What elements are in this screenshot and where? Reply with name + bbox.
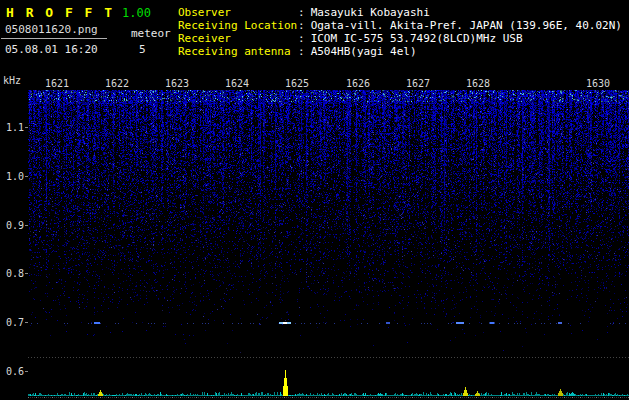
time-label-1628: 1628	[464, 78, 492, 89]
mode-label: meteor	[131, 27, 171, 40]
info-colon: :	[298, 19, 305, 32]
y-axis-unit-label: kHz	[3, 75, 21, 86]
y-tick-label-1-0: 1.0	[4, 171, 24, 182]
info-row-observer: Observer:Masayuki Kobayashi	[178, 6, 622, 19]
y-tick-label-0-9: 0.9	[4, 220, 24, 231]
time-label-1623: 1623	[163, 78, 191, 89]
info-label: Receiver	[178, 32, 298, 45]
time-label-1622: 1622	[103, 78, 131, 89]
y-tick-label-0-7: 0.7	[4, 317, 24, 328]
app-title: H R O F F T	[6, 5, 114, 20]
info-colon: :	[298, 32, 305, 45]
info-colon: :	[298, 6, 305, 19]
station-info-block: Observer:Masayuki Kobayashi Receiving Lo…	[178, 6, 622, 58]
info-label: Observer	[178, 6, 298, 19]
info-row-antenna: Receiving antenna:A504HB(yagi 4el)	[178, 45, 622, 58]
signal-intensity-canvas	[28, 366, 629, 400]
info-colon: :	[298, 45, 305, 58]
time-label-1626: 1626	[344, 78, 372, 89]
meteor-echo-count: 5	[139, 43, 146, 56]
hrofft-output-screen: H R O F F T 1.00 0508011620.png meteor 0…	[0, 0, 629, 400]
info-row-location: Receiving Location:Ogata-vill. Akita-Pre…	[178, 19, 622, 32]
info-value: Ogata-vill. Akita-Pref. JAPAN (139.96E, …	[311, 19, 622, 32]
time-label-1630: 1630	[584, 78, 612, 89]
spectrogram-canvas	[28, 90, 629, 358]
y-tick-label-0-8: 0.8	[4, 268, 24, 279]
time-label-1624: 1624	[223, 78, 251, 89]
time-label-1621: 1621	[43, 78, 71, 89]
info-value: A504HB(yagi 4el)	[311, 45, 417, 58]
time-label-1627: 1627	[404, 78, 432, 89]
info-value: ICOM IC-575 53.7492(8LCD)MHz USB	[311, 32, 523, 45]
app-version: 1.00	[122, 6, 151, 20]
info-label: Receiving antenna	[178, 45, 298, 58]
info-value: Masayuki Kobayashi	[311, 6, 430, 19]
info-row-receiver: Receiver:ICOM IC-575 53.7492(8LCD)MHz US…	[178, 32, 622, 45]
output-filename: 0508011620.png	[5, 23, 98, 36]
observation-datetime: 05.08.01 16:20	[5, 43, 98, 56]
info-label: Receiving Location	[178, 19, 298, 32]
time-label-1625: 1625	[283, 78, 311, 89]
header-divider-line	[1, 38, 107, 39]
y-tick-label-1-1: 1.1	[4, 122, 24, 133]
y-tick-label-0-6: 0.6	[4, 366, 24, 377]
